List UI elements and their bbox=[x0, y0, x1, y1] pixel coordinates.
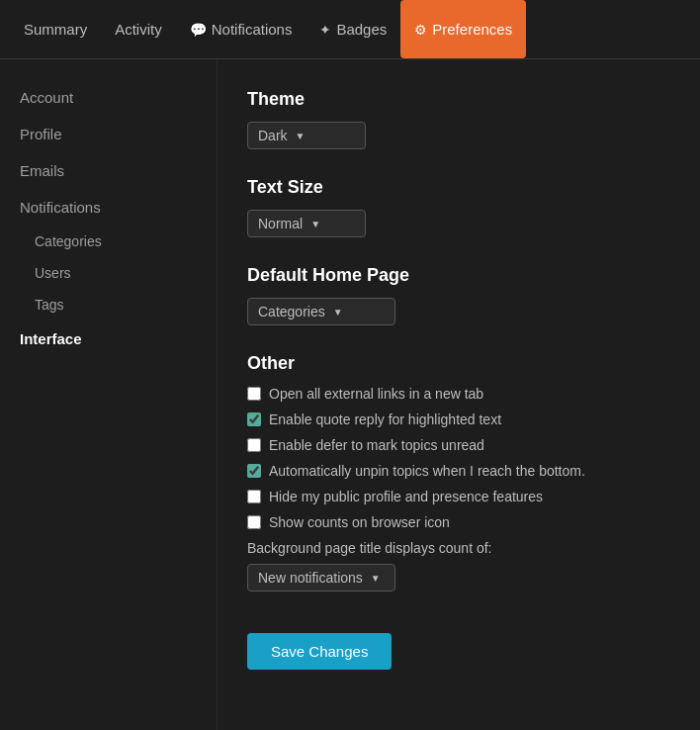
checkbox-show-counts-input[interactable] bbox=[247, 515, 261, 529]
badges-icon: ✦ bbox=[319, 22, 331, 38]
sidebar-item-users[interactable]: Users bbox=[0, 257, 217, 289]
checkbox-external-links[interactable]: Open all external links in a new tab bbox=[247, 386, 670, 402]
theme-dropdown[interactable]: Dark ▼ bbox=[247, 122, 366, 149]
theme-heading: Theme bbox=[247, 89, 670, 110]
save-changes-button[interactable]: Save Changes bbox=[247, 633, 392, 670]
textsize-dropdown-arrow: ▼ bbox=[310, 219, 320, 229]
bg-title-dropdown[interactable]: New notifications ▼ bbox=[247, 564, 395, 592]
checkbox-external-links-input[interactable] bbox=[247, 387, 261, 401]
sidebar-item-interface[interactable]: Interface bbox=[0, 320, 217, 357]
bg-title-label: Background page title displays count of: bbox=[247, 540, 670, 556]
sidebar-item-emails[interactable]: Emails bbox=[0, 152, 217, 189]
tab-notifications[interactable]: 💬 Notifications bbox=[176, 0, 306, 58]
checkbox-auto-unpin[interactable]: Automatically unpin topics when I reach … bbox=[247, 463, 670, 479]
top-navigation: Summary Activity 💬 Notifications ✦ Badge… bbox=[0, 0, 700, 59]
checkbox-defer-unread-input[interactable] bbox=[247, 438, 261, 452]
other-heading: Other bbox=[247, 353, 670, 374]
other-options: Open all external links in a new tab Ena… bbox=[247, 386, 670, 609]
sidebar-item-categories[interactable]: Categories bbox=[0, 226, 217, 257]
activity-label: Activity bbox=[115, 21, 162, 38]
content-area: Theme Dark ▼ Text Size Normal ▼ Default … bbox=[218, 59, 700, 730]
theme-dropdown-arrow: ▼ bbox=[296, 131, 306, 141]
sidebar-item-profile[interactable]: Profile bbox=[0, 116, 217, 152]
tab-badges[interactable]: ✦ Badges bbox=[306, 0, 400, 58]
textsize-heading: Text Size bbox=[247, 177, 670, 198]
checkbox-auto-unpin-input[interactable] bbox=[247, 464, 261, 478]
bg-title-value: New notifications bbox=[258, 570, 363, 586]
homepage-dropdown[interactable]: Categories ▼ bbox=[247, 298, 395, 325]
preferences-label: Preferences bbox=[432, 21, 512, 38]
homepage-dropdown-arrow: ▼ bbox=[333, 307, 343, 318]
sidebar: Account Profile Emails Notifications Cat… bbox=[0, 59, 218, 730]
tab-activity[interactable]: Activity bbox=[101, 0, 176, 58]
textsize-value: Normal bbox=[258, 216, 303, 231]
checkbox-show-counts[interactable]: Show counts on browser icon bbox=[247, 514, 670, 530]
main-layout: Account Profile Emails Notifications Cat… bbox=[0, 59, 700, 730]
homepage-heading: Default Home Page bbox=[247, 265, 670, 286]
sidebar-item-tags[interactable]: Tags bbox=[0, 289, 217, 320]
textsize-dropdown[interactable]: Normal ▼ bbox=[247, 210, 366, 237]
badges-label: Badges bbox=[336, 21, 387, 38]
checkbox-defer-unread[interactable]: Enable defer to mark topics unread bbox=[247, 437, 670, 453]
sidebar-item-notifications[interactable]: Notifications bbox=[0, 189, 217, 226]
notifications-icon: 💬 bbox=[190, 22, 207, 38]
homepage-value: Categories bbox=[258, 304, 325, 319]
bg-title-dropdown-arrow: ▼ bbox=[371, 573, 381, 584]
checkbox-hide-profile[interactable]: Hide my public profile and presence feat… bbox=[247, 489, 670, 504]
summary-label: Summary bbox=[24, 21, 87, 38]
checkbox-hide-profile-input[interactable] bbox=[247, 490, 261, 503]
checkbox-quote-reply[interactable]: Enable quote reply for highlighted text bbox=[247, 411, 670, 427]
theme-value: Dark bbox=[258, 128, 288, 143]
sidebar-item-account[interactable]: Account bbox=[0, 79, 217, 116]
tab-preferences[interactable]: ⚙ Preferences bbox=[400, 0, 526, 58]
checkbox-quote-reply-input[interactable] bbox=[247, 412, 261, 426]
tab-summary[interactable]: Summary bbox=[10, 0, 101, 58]
preferences-icon: ⚙ bbox=[414, 22, 427, 38]
notifications-label: Notifications bbox=[212, 21, 293, 38]
